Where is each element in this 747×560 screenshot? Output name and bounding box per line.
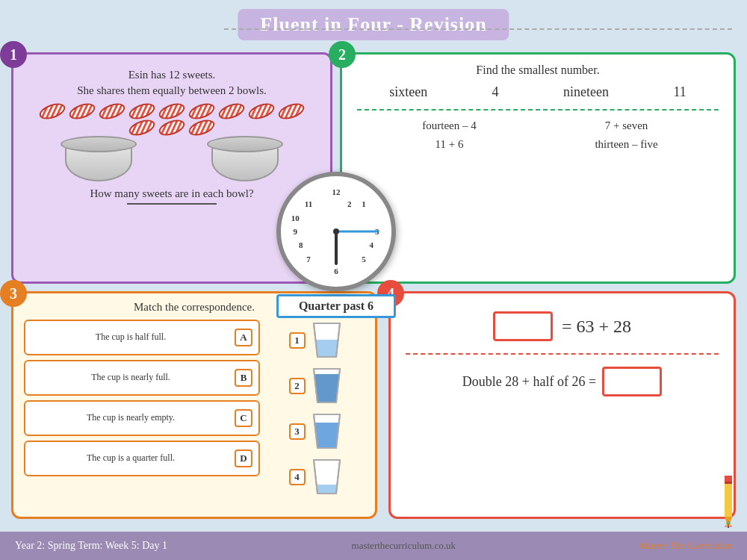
clock-num-5: 5 [362, 255, 366, 264]
expr-2: 7 + seven [542, 119, 711, 132]
label-box-b: The cup is nearly full. B [24, 360, 260, 396]
candy [127, 116, 157, 138]
footer-left: Year 2: Spring Term: Week 5: Day 1 [15, 540, 167, 552]
pencil-decoration [717, 472, 740, 532]
minute-hand [336, 231, 379, 233]
match-container: The cup is half full. A The cup is nearl… [24, 320, 365, 497]
letter-badge-d: D [235, 449, 252, 467]
expr-1: fourteen – 4 [365, 119, 534, 132]
labels-column: The cup is half full. A The cup is nearl… [24, 320, 260, 497]
label-text-d: The cup is a quarter full. [31, 452, 230, 464]
candy [67, 100, 97, 122]
label-text-c: The cup is nearly empty. [31, 412, 230, 424]
cup-item-2: 2 [289, 365, 344, 406]
cup-svg-3 [310, 411, 344, 452]
candy [97, 100, 127, 122]
cup-num-1: 1 [289, 332, 306, 349]
clock-num-10: 10 [291, 214, 300, 223]
cup-num-4: 4 [289, 469, 306, 485]
clock-num-11: 11 [305, 199, 312, 208]
section1-number: 1 [0, 41, 27, 68]
candy [127, 100, 157, 122]
candy [247, 100, 276, 122]
section2-expressions: fourteen – 4 7 + seven 11 + 6 thirteen –… [357, 119, 719, 151]
footer-right: Master The Curriculum [639, 540, 732, 552]
cup-item-4: 4 [289, 456, 344, 497]
num-11: 11 [673, 84, 686, 100]
clock-center [333, 228, 339, 234]
clock-face: 12 1 3 5 6 7 9 11 2 4 8 10 [276, 172, 396, 291]
section1-text: Esin has 12 sweets. She shares them equa… [25, 67, 318, 99]
bowl-left [65, 140, 132, 181]
section3-number: 3 [0, 280, 27, 307]
cup-item-1: 1 [289, 320, 344, 361]
cup-svg-2 [310, 365, 344, 406]
letter-badge-a: A [235, 329, 252, 346]
candies-row [25, 105, 318, 134]
label-box-d: The cup is a quarter full. D [24, 441, 260, 476]
label-text-b: The cup is nearly full. [31, 372, 230, 384]
cup-svg-4 [310, 456, 344, 497]
section2-divider [357, 109, 719, 111]
expr-3: 11 + 6 [365, 138, 534, 151]
letter-badge-b: B [235, 369, 252, 387]
clock-num-9: 9 [293, 227, 297, 236]
section1-line1: Esin has 12 sweets. [128, 69, 216, 81]
num-4: 4 [492, 84, 499, 100]
cup-num-3: 3 [289, 423, 306, 440]
candy [157, 116, 187, 138]
double-text: Double 28 + half of 26 = [462, 374, 596, 390]
section2-numbers: sixteen 4 nineteen 11 [357, 84, 719, 100]
answer-box-1[interactable] [493, 311, 553, 341]
section2-title: Find the smallest number. [357, 63, 719, 77]
clock-num-7: 7 [306, 255, 311, 264]
title-divider [224, 28, 732, 30]
footer-center: masterthecurriculum.co.uk [352, 540, 456, 552]
bowls-row [25, 140, 318, 181]
label-box-c: The cup is nearly empty. C [24, 400, 260, 436]
hour-hand [335, 231, 338, 265]
equation-row: = 63 + 28 [406, 311, 719, 341]
num-sixteen: sixteen [389, 84, 427, 100]
cup-num-2: 2 [289, 378, 306, 394]
candy [217, 100, 247, 122]
answer-line [127, 203, 217, 205]
double-row: Double 28 + half of 26 = [406, 367, 719, 396]
candy [157, 100, 187, 122]
num-nineteen: nineteen [563, 84, 609, 100]
label-box-a: The cup is half full. A [24, 320, 260, 355]
section1-line2: She shares them equally between 2 bowls. [77, 84, 267, 96]
section4-container: 4 = 63 + 28 Double 28 + half of 26 = [388, 291, 736, 519]
cups-column: 1 2 3 [267, 320, 365, 497]
candy [187, 100, 217, 122]
section4-divider [406, 353, 719, 355]
expr-4: thirteen – five [542, 138, 711, 151]
svg-rect-20 [725, 482, 732, 484]
clock-label: Quarter past 6 [276, 294, 396, 318]
candy [37, 100, 67, 122]
section1-question: How many sweets are in each bowl? [25, 187, 318, 200]
clock-num-1: 1 [362, 199, 366, 208]
footer: Year 2: Spring Term: Week 5: Day 1 maste… [0, 532, 747, 560]
answer-box-2[interactable] [602, 367, 662, 396]
letter-badge-c: C [235, 409, 252, 427]
clock-num-6: 6 [334, 267, 338, 276]
bowl-right [211, 140, 279, 181]
cup-item-3: 3 [289, 411, 344, 452]
clock-container: 12 1 3 5 6 7 9 11 2 4 8 10 Quarter past … [276, 172, 396, 318]
section3-container: 3 Match the correspondence. The cup is h… [11, 291, 377, 519]
equation-text: = 63 + 28 [562, 317, 631, 337]
section2-container: 2 Find the smallest number. sixteen 4 ni… [340, 52, 736, 284]
page-title: Fluent in Four - Revision [238, 9, 509, 40]
section2-number: 2 [329, 41, 356, 68]
clock-num-12: 12 [332, 187, 341, 196]
label-text-a: The cup is half full. [31, 332, 230, 343]
cup-svg-1 [310, 320, 344, 361]
candy [276, 100, 306, 122]
clock-num-4: 4 [370, 240, 374, 249]
candy [187, 116, 217, 138]
clock-num-2: 2 [347, 199, 352, 208]
clock-num-8: 8 [299, 240, 303, 249]
svg-rect-19 [725, 476, 732, 482]
